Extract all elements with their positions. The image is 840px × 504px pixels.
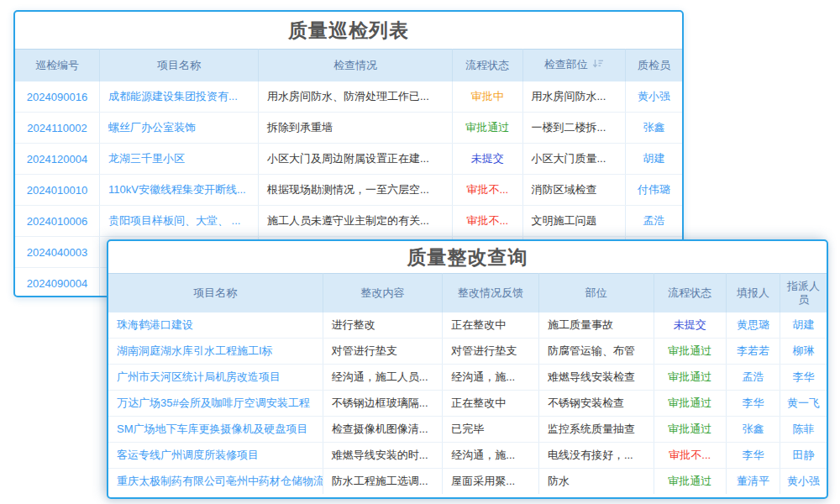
cell-id[interactable]: 2024120004 [15,144,100,175]
rectification-table: 项目名称整改内容整改情况反馈部位流程状态填报人指派人员 珠海鹤港口建设进行整改正… [108,273,827,494]
cell-project[interactable]: 广州市天河区统计局机房改造项目 [108,365,323,391]
table-row: 2024090016成都能源建设集团投资有...用水房间防水、防滑处理工作已..… [15,81,682,113]
column-label: 填报人 [737,286,769,299]
column-label: 检查情况 [333,59,377,71]
cell-assignee[interactable]: 陈菲 [780,417,827,443]
cell-reporter[interactable]: 李若若 [726,339,780,365]
cell-part: 防腐管运输、布管 [538,339,654,365]
cell-content: 不锈钢边框玻璃隔... [323,391,443,417]
cell-project[interactable]: 万达广场35#会所及咖啡厅空调安装工程 [108,391,323,417]
cell-feedback: 正在整改中 [443,391,539,417]
table-row: 客运专线广州调度所装修项目难燃导线安装的时...经沟通，施...电线没有接好，.… [108,443,827,469]
inspection-table-header-row: 巡检编号项目名称检查情况流程状态检查部位质检员 [15,50,682,82]
cell-reporter[interactable]: 李华 [726,443,780,469]
cell-assignee[interactable]: 黄小强 [780,469,827,495]
cell-project[interactable]: 贵阳项目样板间、大堂、 ... [100,206,259,237]
column-label: 项目名称 [157,59,201,71]
cell-status: 审批通过 [453,113,522,144]
cell-part: 防水 [538,469,654,495]
cell-id[interactable]: 2024010006 [15,206,100,237]
cell-assignee[interactable]: 柳琳 [780,339,827,365]
t1-col-header-5[interactable]: 检查部位 [522,50,626,82]
cell-situation: 根据现场勘测情况，一至六层空... [258,175,452,206]
cell-reporter[interactable]: 董清平 [726,469,780,495]
t1-col-header-3: 检查情况 [258,50,452,82]
cell-content: 进行整改 [323,312,443,339]
cell-part: 监控系统质量抽查 [538,417,654,443]
table-row: 2024010006贵阳项目样板间、大堂、 ...施工人员未遵守业主制定的有关.… [15,206,682,237]
table-row: 珠海鹤港口建设进行整改正在整改中施工质量事故未提交黄思璐胡建 [108,312,827,339]
cell-project[interactable]: 客运专线广州调度所装修项目 [108,443,323,469]
cell-reporter[interactable]: 孟浩 [726,365,780,391]
table-row: 2024120004龙湖三千里小区小区大门及周边附属设置正在建...未提交小区大… [15,144,682,175]
cell-inspector[interactable]: 张鑫 [626,113,682,144]
cell-id[interactable]: 2024090004 [15,268,100,298]
cell-assignee[interactable]: 黄一飞 [780,391,827,417]
cell-status: 审批中 [453,81,522,113]
cell-inspector[interactable]: 孟浩 [626,206,682,237]
t1-col-header-1: 巡检编号 [15,50,100,82]
t2-col-header-6: 填报人 [726,274,780,313]
table-row: 广州市天河区统计局机房改造项目经沟通，施工人员...经沟通，施...难燃导线安装… [108,365,827,391]
cell-inspector[interactable]: 黄小强 [626,81,682,113]
cell-location: 一楼到二楼拆... [522,113,626,144]
column-label: 部位 [585,286,607,299]
cell-inspector[interactable]: 付伟璐 [626,175,682,206]
t1-col-header-2: 项目名称 [100,50,259,82]
cell-content: 防水工程施工选调... [323,469,443,495]
cell-assignee[interactable]: 李华 [780,365,827,391]
table-row: 重庆太极制药有限公司亳州中药材仓储物流防水工程施工选调...屋面采用聚...防水… [108,469,827,495]
cell-id[interactable]: 2024040003 [15,237,100,268]
t2-col-header-4: 部位 [538,274,654,313]
column-label: 整改内容 [361,286,405,299]
cell-status: 审批通过 [654,365,726,391]
t1-col-header-6: 质检员 [626,50,682,82]
cell-project[interactable]: 湖南洞庭湖水库引水工程施工I标 [108,339,323,365]
column-label: 巡检编号 [35,59,79,71]
cell-feedback: 已完毕 [443,417,539,443]
column-label: 整改情况反馈 [458,286,523,299]
cell-project[interactable]: 成都能源建设集团投资有... [100,81,259,113]
cell-status: 审批通过 [654,391,726,417]
cell-status: 审批不... [453,175,522,206]
cell-status: 审批通过 [654,469,726,495]
column-label: 流程状态 [668,286,711,299]
cell-reporter[interactable]: 黄思璐 [726,312,780,339]
cell-location: 消防区域检查 [522,175,626,206]
cell-project[interactable]: 珠海鹤港口建设 [108,312,323,339]
cell-situation: 施工人员未遵守业主制定的有关... [258,206,452,237]
table-row: 湖南洞庭湖水库引水工程施工I标对管进行垫支对管进行垫支防腐管运输、布管审批通过李… [108,339,827,365]
cell-id[interactable]: 2024010010 [15,175,100,206]
column-label: 质检员 [638,59,670,71]
cell-status: 未提交 [654,312,726,339]
sort-icon [592,59,604,72]
cell-status: 审批不... [654,443,726,469]
t2-col-header-3: 整改情况反馈 [443,274,539,313]
cell-project[interactable]: 重庆太极制药有限公司亳州中药材仓储物流 [108,469,323,495]
cell-project[interactable]: 龙湖三千里小区 [100,144,259,175]
cell-reporter[interactable]: 张鑫 [726,417,780,443]
cell-content: 经沟通，施工人员... [323,365,443,391]
cell-project[interactable]: SM广场地下车库更换摄像机及硬盘项目 [108,417,323,443]
cell-id[interactable]: 2024110002 [15,113,100,144]
cell-part: 施工质量事故 [538,312,654,339]
cell-content: 对管进行垫支 [323,339,443,365]
inspection-list-title: 质量巡检列表 [15,12,682,49]
cell-location: 用水房间防水... [522,81,626,113]
cell-project[interactable]: 螺丝厂办公室装饰 [100,113,259,144]
cell-assignee[interactable]: 田静 [780,443,827,469]
rectification-query-card: 质量整改查询 项目名称整改内容整改情况反馈部位流程状态填报人指派人员 珠海鹤港口… [107,239,828,499]
cell-location: 小区大门质量... [522,144,626,175]
cell-id[interactable]: 2024090016 [15,81,100,113]
cell-status: 审批通过 [654,417,726,443]
cell-content: 难燃导线安装的时... [323,443,443,469]
cell-location: 文明施工问题 [522,206,626,237]
cell-feedback: 正在整改中 [443,312,539,339]
cell-project[interactable]: 110kV安徽线程集变开断线... [100,175,259,206]
cell-reporter[interactable]: 李华 [726,391,780,417]
cell-inspector[interactable]: 胡建 [626,144,682,175]
cell-assignee[interactable]: 胡建 [780,312,827,339]
t2-col-header-2: 整改内容 [323,274,443,313]
t2-col-header-5: 流程状态 [654,274,726,313]
cell-content: 检查摄像机图像清... [323,417,443,443]
